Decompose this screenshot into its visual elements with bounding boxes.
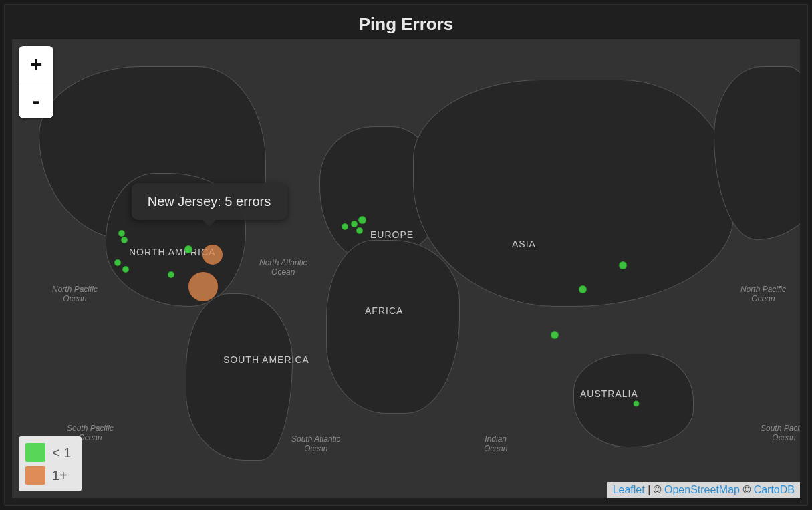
continent-label: SOUTH AMERICA [223,354,309,365]
map-attribution: Leaflet | © OpenStreetMap © CartoDB [607,482,800,498]
zoom-control: + - [19,46,53,118]
panel-title: Ping Errors [5,14,807,35]
marker-california-2[interactable] [122,266,129,273]
ocean-label: North PacificOcean [52,285,98,304]
marker-hongkong[interactable] [579,285,587,293]
continent-label: ASIA [512,239,536,249]
world-map[interactable]: NORTH AMERICAEUROPEASIAAFRICASOUTH AMERI… [12,39,800,498]
carto-link[interactable]: CartoDB [754,484,795,495]
legend-item: < 1 [25,443,71,462]
continent-label: EUROPE [370,229,414,240]
marker-california-1[interactable] [114,259,121,266]
marker-tooltip: New Jersey: 5 errors [132,183,287,220]
marker-japan[interactable] [619,261,627,269]
marker-uk-2[interactable] [358,216,366,224]
ocean-label: North AtlanticOcean [259,259,307,277]
landmass [326,240,460,414]
marker-oregon-2[interactable] [121,237,128,243]
ocean-label: North PacificOcean [740,285,786,304]
continent-label: AFRICA [365,305,403,316]
legend: < 1 1+ [19,436,82,491]
marker-uk-1[interactable] [351,221,358,227]
legend-label: < 1 [52,445,71,461]
marker-texas[interactable] [168,271,174,278]
ocean-label: South AtlanticOcean [291,435,341,454]
marker-uk-3[interactable] [356,227,363,234]
zoom-in-button[interactable]: + [19,46,53,82]
landmass [573,354,694,447]
leaflet-link[interactable]: Leaflet [613,484,645,495]
osm-link[interactable]: OpenStreetMap [664,484,740,495]
continent-label: AUSTRALIA [580,388,638,399]
landmass [186,293,293,461]
legend-swatch-orange [25,466,45,485]
marker-ohio[interactable] [184,245,192,253]
marker-new-jersey[interactable] [202,245,223,265]
marker-oregon-1[interactable] [118,230,125,237]
ocean-label: IndianOcean [484,435,507,454]
legend-label: 1+ [52,468,67,483]
zoom-out-button[interactable]: - [19,82,53,118]
marker-florida[interactable] [188,272,218,301]
marker-ireland[interactable] [342,223,348,230]
map-panel: Ping Errors NORTH AMERICAEUROPEASIAAFRIC… [4,4,808,506]
marker-singapore[interactable] [551,331,559,339]
legend-swatch-green [25,443,45,462]
marker-sydney[interactable] [634,401,640,407]
ocean-label: South PacificOcean [761,424,800,443]
landmass [413,80,734,307]
legend-item: 1+ [25,466,71,485]
